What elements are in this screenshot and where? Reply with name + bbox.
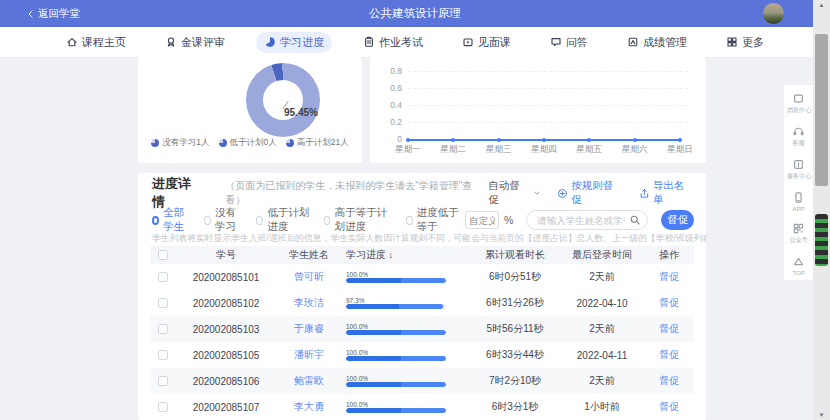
scroll-up-arrow[interactable]: ▲: [813, 2, 830, 8]
row-checkbox-cell: [150, 402, 176, 412]
home-icon: [66, 36, 78, 48]
watch-time-cell: 6时31分26秒: [470, 296, 560, 310]
row-checkbox-cell: [150, 350, 176, 360]
chevron-down-icon: [532, 188, 542, 198]
student-name-link[interactable]: 于康睿: [294, 323, 324, 334]
filter-radio-0[interactable]: 全部学生: [152, 206, 191, 234]
row-checkbox-cell: [150, 298, 176, 308]
radio-dot-icon: [406, 216, 413, 225]
filter-row: 全部学生没有学习低于计划进度高于等于计划进度进度低于等于%督促: [152, 210, 694, 230]
row-checkbox[interactable]: [158, 324, 168, 334]
avatar[interactable]: [763, 3, 784, 24]
pie-icon: [264, 36, 276, 48]
header-col-0[interactable]: 学号: [176, 248, 276, 262]
header-col-4[interactable]: 最后登录时间: [560, 248, 644, 262]
score-icon: [627, 36, 639, 48]
nav-tab-qa[interactable]: 问答: [542, 32, 596, 53]
filter-radio-2[interactable]: 低于计划进度: [256, 206, 310, 234]
urge-link[interactable]: 督促: [659, 349, 679, 360]
table-row: 202002085105潘昕宇100.0%6时33分44秒2022-04-11督…: [150, 342, 694, 368]
student-name-link[interactable]: 曾可昕: [294, 271, 324, 282]
search-icon[interactable]: [629, 214, 641, 226]
rule-urge-button[interactable]: 按规则督促: [557, 179, 622, 207]
row-checkbox[interactable]: [158, 298, 168, 308]
y-tick-label: 0: [376, 134, 402, 144]
student-name-link[interactable]: 李玫洁: [294, 297, 324, 308]
student-name-cell: 曾可昕: [276, 270, 342, 284]
tool-msg[interactable]: 消息中心: [786, 91, 812, 115]
student-name-link[interactable]: 潘昕宇: [294, 349, 324, 360]
header-col-1[interactable]: 学生姓名: [276, 248, 342, 262]
nav-tab-label: 问答: [566, 35, 588, 50]
nav-tab-label: 作业考试: [379, 35, 423, 50]
watch-time-cell: 5时56分11秒: [470, 322, 560, 336]
last-login-cell: 2天前: [560, 270, 644, 284]
pie-glyph-icon: [286, 139, 294, 147]
tool-top[interactable]: TOP: [792, 254, 805, 276]
auto-urge-dropdown[interactable]: 自动督促: [488, 179, 541, 207]
last-login-cell: 2022-04-10: [560, 298, 644, 309]
filter-radio-1[interactable]: 没有学习: [204, 206, 243, 234]
nav-tab-medal[interactable]: 金课评审: [157, 32, 233, 53]
tool-phone[interactable]: APP: [792, 190, 805, 212]
nav-tab-home[interactable]: 课程主页: [58, 32, 134, 53]
progress-ratio-card: 95.45% 没有学习1人低于计划0人高于计划21人: [138, 57, 362, 163]
urge-button[interactable]: 督促: [661, 210, 694, 230]
custom-percent-input[interactable]: [465, 211, 499, 229]
row-checkbox-cell: [150, 324, 176, 334]
action-cell: 督促: [644, 270, 694, 284]
tool-qr[interactable]: 公众号: [789, 221, 809, 245]
header-col-2[interactable]: 学习进度 ↓: [342, 248, 470, 262]
scrollbar-thumb[interactable]: [815, 34, 828, 186]
urge-link[interactable]: 督促: [659, 375, 679, 386]
tool-label: APP: [792, 205, 804, 212]
nav-tab-grid[interactable]: 更多: [718, 32, 772, 53]
table-row: 202002085102李玫洁97.3%6时31分26秒2022-04-10督促: [150, 290, 694, 316]
filter-radio-3[interactable]: 高于等于计划进度: [324, 206, 393, 234]
urge-link[interactable]: 督促: [659, 323, 679, 334]
x-tick-label: 星期五: [567, 144, 611, 156]
student-id-cell: 202002085101: [176, 272, 276, 283]
student-name-link[interactable]: 鲍雷欧: [294, 375, 324, 386]
tool-service[interactable]: 服务中心: [786, 157, 812, 181]
header-col-5[interactable]: 操作: [644, 248, 694, 262]
page-scrollbar[interactable]: ▲ ▼: [813, 0, 830, 420]
progress-cell: 100.0%: [342, 401, 470, 413]
urge-link[interactable]: 督促: [659, 271, 679, 282]
progress-cell: 97.3%: [342, 297, 470, 309]
qr-icon: [792, 221, 805, 234]
export-list-button[interactable]: 导出名单: [639, 179, 694, 207]
progress-bar: [346, 382, 446, 387]
nav-tab-label: 见面课: [478, 35, 511, 50]
filter-radio-4[interactable]: 进度低于等于: [406, 206, 460, 234]
export-label: 导出名单: [653, 179, 694, 207]
header-col-3[interactable]: 累计观看时长: [470, 248, 560, 262]
scroll-down-arrow[interactable]: ▼: [813, 412, 830, 418]
progress-bar: [346, 408, 446, 413]
nav-tab-clipboard[interactable]: 作业考试: [355, 32, 431, 53]
donut-legend: 没有学习1人低于计划0人高于计划21人: [138, 137, 362, 149]
tool-headset[interactable]: 客服: [792, 124, 805, 148]
row-checkbox[interactable]: [158, 376, 168, 386]
nav-tab-pie[interactable]: 学习进度: [256, 32, 332, 53]
row-checkbox-cell: [150, 376, 176, 386]
urge-link[interactable]: 督促: [659, 297, 679, 308]
msg-icon: [792, 91, 805, 104]
data-point: [542, 138, 546, 142]
student-name-link[interactable]: 李大勇: [294, 401, 324, 412]
student-id-cell: 202002085107: [176, 402, 276, 413]
row-checkbox[interactable]: [158, 402, 168, 412]
filter-label: 高于等于计划进度: [334, 206, 392, 234]
x-tick-label: 星期六: [613, 144, 657, 156]
row-checkbox[interactable]: [158, 350, 168, 360]
student-id-cell: 202002085105: [176, 350, 276, 361]
row-checkbox[interactable]: [158, 272, 168, 282]
nav-tab-score[interactable]: 成绩管理: [619, 32, 695, 53]
urge-link[interactable]: 督促: [659, 401, 679, 412]
select-all-checkbox[interactable]: [158, 250, 168, 260]
student-id-cell: 202002085106: [176, 376, 276, 387]
header-checkbox-cell: [150, 250, 176, 260]
sort-desc-icon[interactable]: ↓: [386, 250, 393, 260]
nav-tab-video[interactable]: 见面课: [454, 32, 519, 53]
x-tick-label: 星期四: [522, 144, 566, 156]
